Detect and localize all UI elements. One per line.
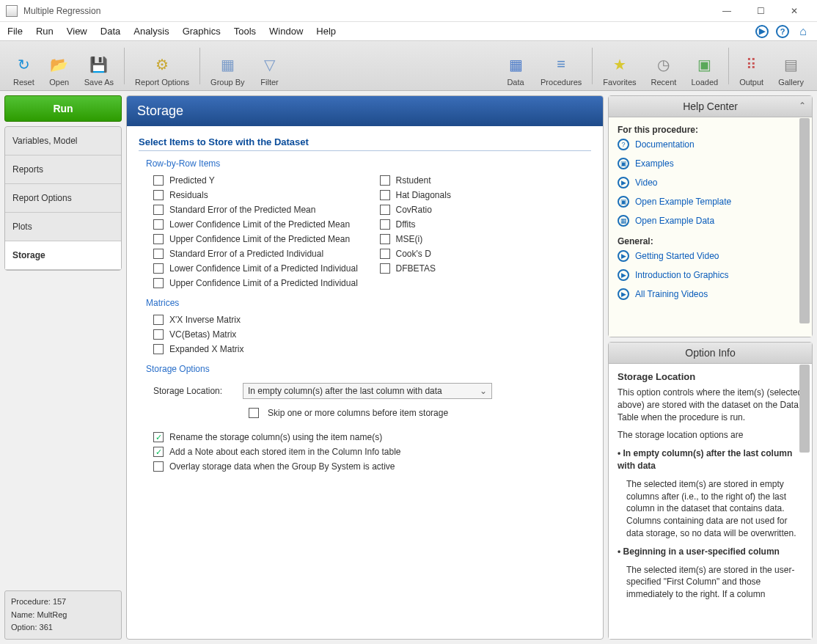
item-right-3-label: Dffits	[396, 219, 416, 230]
item-left-4-label: Upper Confidence Limit of the Predicted …	[169, 234, 350, 244]
minimize-button[interactable]: —	[710, 0, 744, 22]
menu-data[interactable]: Data	[100, 26, 120, 37]
item-left-1-checkbox[interactable]	[153, 190, 164, 200]
nav-storage[interactable]: Storage	[5, 241, 121, 270]
close-button[interactable]: ✕	[777, 0, 811, 22]
nav-reports[interactable]: Reports	[5, 155, 121, 184]
help-icon[interactable]: ?	[776, 25, 789, 38]
option-desc2: The storage location options are	[618, 429, 803, 442]
help-proc-heading: For this procedure:	[618, 125, 698, 135]
item-left-6-checkbox[interactable]	[153, 263, 164, 274]
item-left-7-checkbox[interactable]	[153, 278, 164, 288]
item-right-0-checkbox[interactable]	[380, 175, 390, 186]
reset-button[interactable]: ↻Reset	[6, 44, 42, 88]
menu-window[interactable]: Window	[269, 26, 303, 37]
help-gen-0[interactable]: ▶Getting Started Video	[618, 246, 803, 266]
matrix-2-checkbox[interactable]	[153, 344, 164, 354]
item-right-1-label: Hat Diagonals	[396, 190, 451, 200]
menu-file[interactable]: File	[7, 26, 23, 37]
help-gen-1-icon: ▶	[618, 269, 629, 281]
matrix-0-label: X'X Inverse Matrix	[169, 315, 241, 325]
item-right-3-checkbox[interactable]	[380, 219, 390, 230]
help-proc-1[interactable]: ▣Examples	[618, 154, 803, 173]
open-button[interactable]: 📂Open	[42, 44, 77, 88]
run-button[interactable]: Run	[4, 95, 122, 122]
help-gen-2[interactable]: ▶All Training Videos	[618, 285, 803, 304]
option-desc: This option controls where the item(s) (…	[618, 387, 803, 423]
add-note-label: Add a Note about each stored item in the…	[169, 447, 401, 457]
help-center-panel: Help Center⌃ For this procedure: ?Docume…	[608, 95, 813, 337]
help-proc-3[interactable]: ▣Open Example Template	[618, 192, 803, 211]
item-right-5-label: Cook's D	[396, 249, 431, 259]
recent-button[interactable]: ◷Recent	[644, 44, 684, 88]
nav-plots[interactable]: Plots	[5, 213, 121, 241]
item-left-5-checkbox[interactable]	[153, 249, 164, 259]
gallery-button[interactable]: ▤Gallery	[771, 44, 811, 88]
item-right-5-checkbox[interactable]	[380, 249, 390, 259]
panel-title: Storage	[127, 96, 603, 126]
menu-tools[interactable]: Tools	[234, 26, 256, 37]
procedures-button[interactable]: ≡Procedures	[533, 44, 589, 88]
item-right-4-label: MSE(i)	[396, 234, 423, 244]
favorites-button[interactable]: ★Favorites	[596, 44, 643, 88]
help-proc-2[interactable]: ▶Video	[618, 173, 803, 192]
matrix-0-checkbox[interactable]	[153, 315, 164, 325]
add-note-checkbox[interactable]	[153, 447, 164, 457]
storage-location-label: Storage Location:	[153, 386, 234, 396]
matrix-1-checkbox[interactable]	[153, 329, 164, 340]
overlay-storage-checkbox[interactable]	[153, 461, 164, 472]
help-proc-4[interactable]: ▦Open Example Data	[618, 211, 803, 230]
help-center-header: Help Center⌃	[609, 96, 812, 117]
saveas-button[interactable]: 💾Save As	[77, 44, 121, 88]
rename-columns-label: Rename the storage column(s) using the i…	[169, 432, 382, 442]
app-icon	[6, 5, 18, 17]
info-icon[interactable]: ⌂	[796, 25, 810, 38]
maximize-button[interactable]: ☐	[744, 0, 777, 22]
groupby-button[interactable]: ▦Group By	[203, 44, 252, 88]
titlebar: Multiple Regression — ☐ ✕	[0, 0, 817, 22]
help-gen-1[interactable]: ▶Introduction to Graphics	[618, 266, 803, 285]
item-right-1-checkbox[interactable]	[380, 190, 390, 200]
main-panel: Storage Select Items to Store with the D…	[126, 95, 604, 640]
item-right-4-checkbox[interactable]	[380, 234, 390, 244]
option-heading: Storage Location	[618, 371, 803, 382]
item-left-0-checkbox[interactable]	[153, 175, 164, 186]
item-left-2-checkbox[interactable]	[153, 205, 164, 215]
storage-location-select[interactable]: In empty column(s) after the last column…	[243, 383, 492, 399]
item-left-5-label: Standard Error of a Predicted Individual	[169, 249, 323, 259]
loaded-button[interactable]: ▣Loaded	[684, 44, 725, 88]
menu-help[interactable]: Help	[316, 26, 336, 37]
filter-button[interactable]: ▽Filter	[252, 44, 287, 88]
nav-variables-model[interactable]: Variables, Model	[5, 127, 121, 155]
item-left-4-checkbox[interactable]	[153, 234, 164, 244]
help-gen-2-icon: ▶	[618, 288, 629, 300]
item-left-0-label: Predicted Y	[169, 175, 215, 186]
overlay-storage-label: Overlay storage data when the Group By S…	[169, 461, 395, 472]
item-right-6-checkbox[interactable]	[380, 263, 390, 274]
menu-view[interactable]: View	[67, 26, 87, 37]
option-info-header: Option Info	[609, 343, 812, 364]
scrollbar-thumb[interactable]	[799, 118, 810, 323]
help-proc-3-icon: ▣	[618, 196, 629, 208]
nav-list: Variables, Model Reports Report Options …	[4, 126, 122, 271]
output-button[interactable]: ⠿Output	[732, 44, 771, 88]
nav-report-options[interactable]: Report Options	[5, 184, 121, 213]
data-button[interactable]: ▦Data	[498, 44, 533, 88]
collapse-icon[interactable]: ⌃	[799, 100, 806, 111]
menubar: File Run View Data Analysis Graphics Too…	[0, 22, 817, 41]
play-icon[interactable]: ▶	[755, 25, 769, 38]
group-matrices: Matrices	[146, 298, 591, 308]
item-right-0-label: Rstudent	[396, 175, 431, 186]
skip-columns-checkbox[interactable]	[249, 408, 259, 418]
scrollbar-thumb[interactable]	[799, 365, 810, 453]
menu-run[interactable]: Run	[36, 26, 54, 37]
menu-analysis[interactable]: Analysis	[133, 26, 169, 37]
report-options-button[interactable]: ⚙Report Options	[128, 44, 197, 88]
help-proc-0[interactable]: ?Documentation	[618, 135, 803, 154]
menu-graphics[interactable]: Graphics	[183, 26, 221, 37]
item-left-3-checkbox[interactable]	[153, 219, 164, 230]
rename-columns-checkbox[interactable]	[153, 432, 164, 442]
help-general-heading: General:	[618, 236, 653, 246]
help-proc-1-icon: ▣	[618, 158, 629, 169]
item-right-2-checkbox[interactable]	[380, 205, 390, 215]
